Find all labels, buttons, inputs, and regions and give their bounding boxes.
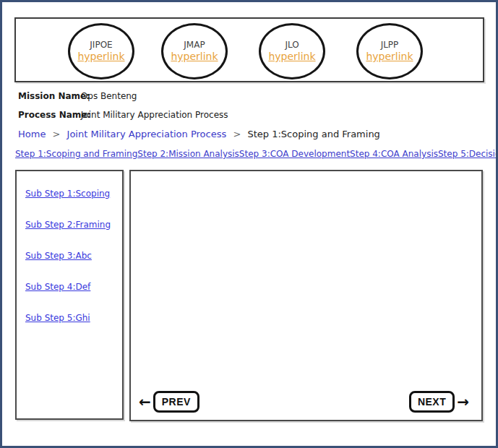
process-name-value: Joint Military Appreciation Process — [81, 110, 228, 120]
sidebar-item-substep-4[interactable]: Sub Step 4:Def — [25, 282, 122, 313]
process-node-jipoe: JIPOE hyperlink — [68, 23, 134, 79]
breadcrumb-process-link[interactable]: Joint Military Appreciation Process — [67, 129, 227, 139]
mission-name-row: Mission Name: Ops Benteng — [18, 91, 137, 101]
next-button-label: NEXT — [409, 391, 455, 413]
node-label: JLO — [285, 40, 299, 51]
main-content-panel: ← PREV NEXT → — [129, 170, 483, 421]
sidebar-item-substep-1[interactable]: Sub Step 1:Scoping — [25, 189, 122, 220]
jlo-hyperlink[interactable]: hyperlink — [268, 51, 315, 63]
process-node-jlo: JLO hyperlink — [259, 23, 325, 79]
breadcrumb-current-page: Step 1:Scoping and Framing — [247, 129, 379, 139]
mission-name-label: Mission Name: — [18, 91, 78, 101]
next-button[interactable]: NEXT → — [409, 391, 471, 413]
right-arrow-icon: → — [455, 395, 471, 409]
app-window: JIPOE hyperlink JMAP hyperlink JLO hyper… — [0, 0, 498, 448]
prev-button[interactable]: ← PREV — [137, 391, 199, 413]
process-name-row: Process Name: Joint Military Appreciatio… — [18, 110, 228, 120]
tab-step-5[interactable]: Step 5:Decision and CONOP — [438, 149, 498, 159]
node-label: JIPOE — [90, 40, 112, 51]
process-node-jmap: JMAP hyperlink — [161, 23, 228, 79]
node-label: JLPP — [381, 40, 399, 51]
node-label: JMAP — [184, 40, 205, 51]
sidebar-item-substep-5[interactable]: Sub Step 5:Ghi — [25, 313, 122, 344]
left-arrow-icon: ← — [137, 395, 153, 409]
jipoe-hyperlink[interactable]: hyperlink — [77, 51, 124, 63]
process-nav-bar: JIPOE hyperlink JMAP hyperlink JLO hyper… — [14, 17, 484, 82]
mission-name-value: Ops Benteng — [81, 91, 137, 101]
breadcrumb-separator: > — [229, 129, 244, 139]
tab-step-3[interactable]: Step 3:COA Development — [239, 149, 350, 159]
process-name-label: Process Name: — [18, 110, 78, 120]
tab-step-2[interactable]: Step 2:Mission Analysis — [137, 149, 239, 159]
step-tab-bar: Step 1:Scoping and Framing Step 2:Missio… — [15, 147, 491, 160]
sidebar-item-substep-3[interactable]: Sub Step 3:Abc — [25, 251, 122, 282]
tab-step-1[interactable]: Step 1:Scoping and Framing — [15, 149, 137, 159]
breadcrumb: Home > Joint Military Appreciation Proce… — [18, 129, 380, 139]
breadcrumb-home-link[interactable]: Home — [18, 129, 46, 139]
prev-button-label: PREV — [153, 391, 199, 413]
jmap-hyperlink[interactable]: hyperlink — [171, 51, 218, 63]
jlpp-hyperlink[interactable]: hyperlink — [366, 51, 413, 63]
tab-step-4[interactable]: Step 4:COA Analysis — [350, 149, 438, 159]
breadcrumb-separator: > — [49, 129, 64, 139]
process-node-jlpp: JLPP hyperlink — [356, 23, 423, 79]
substep-sidebar: Sub Step 1:Scoping Sub Step 2:Framing Su… — [15, 170, 124, 420]
sidebar-item-substep-2[interactable]: Sub Step 2:Framing — [25, 220, 122, 251]
